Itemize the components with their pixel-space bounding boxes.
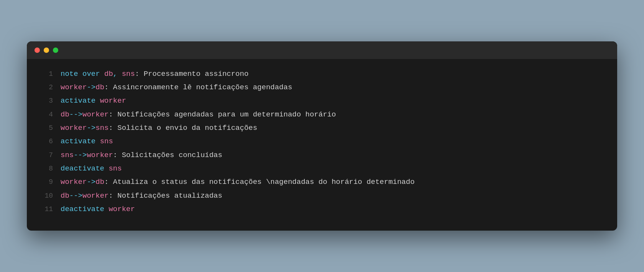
token-kw-pink: worker — [108, 205, 135, 213]
code-line: 4db-->worker: Notificações agendadas par… — [39, 109, 605, 121]
token-kw-pink: worker — [61, 178, 87, 186]
minimize-button[interactable] — [44, 48, 49, 53]
line-number: 3 — [39, 95, 53, 107]
line-number: 5 — [39, 123, 53, 134]
line-content: sns-->worker: Solicitações concluídas — [61, 149, 222, 161]
token-text-white: : Solicitações concluídas — [113, 151, 222, 159]
token-kw-pink: db — [104, 70, 113, 78]
code-line: 1note over db, sns: Processamento assínc… — [39, 68, 605, 80]
line-content: deactivate worker — [61, 203, 135, 215]
code-line: 8deactivate sns — [39, 163, 605, 175]
token-text-white: : Notificações atualizadas — [108, 192, 222, 200]
token-kw-pink: db — [95, 178, 104, 186]
code-line: 10db-->worker: Notificações atualizadas — [39, 190, 605, 202]
token-kw-pink: sns — [95, 124, 108, 132]
line-number: 6 — [39, 136, 53, 147]
code-line: 2worker->db: Assincronamente lê notifica… — [39, 82, 605, 93]
code-line: 11deactivate worker — [39, 203, 605, 215]
token-kw-pink: sns — [61, 151, 74, 159]
line-content: worker->sns: Solicita o envio da notific… — [61, 122, 257, 134]
token-kw-cyan: -> — [87, 124, 95, 132]
line-content: activate worker — [61, 95, 126, 107]
line-number: 7 — [39, 150, 53, 161]
line-content: db-->worker: Notificações atualizadas — [61, 190, 222, 202]
line-number: 4 — [39, 109, 53, 121]
line-content: deactivate sns — [61, 163, 122, 175]
token-text-white: : Assincronamente lê notificações agenda… — [104, 83, 292, 92]
token-kw-cyan: --> — [69, 192, 82, 200]
token-kw-cyan: deactivate — [61, 205, 108, 213]
line-number: 2 — [39, 82, 53, 93]
token-kw-cyan: activate — [61, 137, 100, 146]
token-kw-pink: worker — [61, 83, 87, 92]
token-kw-cyan: -> — [87, 83, 95, 92]
code-line: 5worker->sns: Solicita o envio da notifi… — [39, 122, 605, 134]
line-content: note over db, sns: Processamento assíncr… — [61, 68, 248, 80]
token-text-white: : Processamento assíncrono — [135, 70, 248, 78]
token-kw-pink: sns — [122, 70, 135, 78]
code-line: 3activate worker — [39, 95, 605, 107]
token-kw-pink: worker — [61, 124, 87, 132]
token-kw-pink: worker — [87, 151, 113, 159]
line-number: 11 — [39, 204, 53, 215]
token-kw-pink: db — [61, 192, 69, 200]
line-number: 8 — [39, 163, 53, 175]
token-kw-cyan: --> — [69, 110, 82, 119]
line-number: 1 — [39, 69, 53, 80]
token-kw-pink: worker — [100, 97, 126, 105]
code-line: 7sns-->worker: Solicitações concluídas — [39, 149, 605, 161]
token-kw-pink: db — [95, 83, 104, 92]
code-editor: 1note over db, sns: Processamento assínc… — [27, 59, 617, 231]
token-kw-pink: db — [61, 110, 69, 119]
token-kw-pink: worker — [82, 110, 108, 119]
code-line: 9worker->db: Atualiza o status das notif… — [39, 176, 605, 188]
code-window: 1note over db, sns: Processamento assínc… — [27, 41, 617, 231]
maximize-button[interactable] — [53, 48, 58, 53]
token-text-white: : Notificações agendadas para um determi… — [108, 110, 336, 119]
line-content: activate sns — [61, 136, 113, 147]
token-kw-pink: sns — [100, 137, 113, 146]
line-content: db-->worker: Notificações agendadas para… — [61, 109, 336, 121]
line-content: worker->db: Assincronamente lê notificaç… — [61, 82, 292, 93]
line-number: 9 — [39, 177, 53, 188]
token-kw-cyan: , — [113, 70, 122, 78]
close-button[interactable] — [34, 48, 40, 53]
token-kw-cyan: deactivate — [61, 164, 108, 173]
token-kw-cyan: note over — [61, 70, 104, 78]
line-number: 10 — [39, 190, 53, 202]
token-text-white: : Solicita o envio da notificações — [108, 124, 257, 132]
code-line: 6activate sns — [39, 136, 605, 147]
token-kw-pink: sns — [108, 164, 122, 173]
token-kw-cyan: --> — [74, 151, 87, 159]
token-text-white: : Atualiza o status das notificações \na… — [104, 178, 415, 186]
title-bar — [27, 41, 617, 59]
token-kw-cyan: activate — [61, 97, 100, 105]
token-kw-cyan: -> — [87, 178, 95, 186]
line-content: worker->db: Atualiza o status das notifi… — [61, 176, 415, 188]
token-kw-pink: worker — [82, 192, 108, 200]
